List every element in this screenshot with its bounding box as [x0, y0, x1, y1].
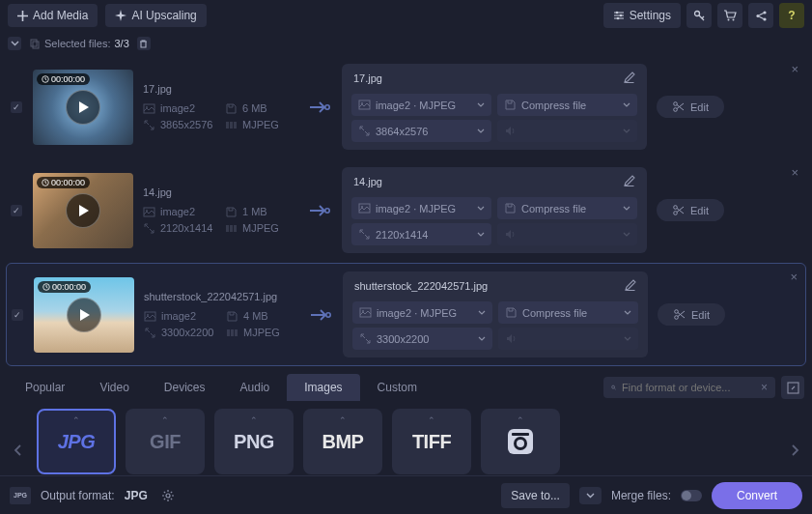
dest-compress-dropdown[interactable]: Compress file — [497, 94, 637, 116]
ai-upscaling-button[interactable]: AI Upscaling — [105, 4, 206, 27]
image-icon — [359, 306, 372, 319]
chevron-left-icon — [14, 443, 22, 457]
dest-dimensions-dropdown[interactable]: 3864x2576 — [351, 120, 491, 142]
category-tab-popular[interactable]: Popular — [8, 374, 82, 401]
remove-file-button[interactable]: × — [791, 165, 798, 180]
key-button[interactable] — [686, 3, 712, 28]
merge-files-label: Merge files: — [611, 489, 671, 502]
sliders-icon — [613, 10, 625, 21]
save-to-button[interactable]: Save to... — [501, 483, 570, 508]
file-thumbnail[interactable]: 00:00:00 — [33, 70, 133, 145]
files-list: ✓ 00:00:00 17.jpg image2 6 MB 3865x2576 … — [0, 56, 812, 366]
remove-file-button[interactable]: × — [791, 62, 798, 76]
svg-point-31 — [674, 206, 678, 210]
help-button[interactable]: ? — [779, 3, 804, 28]
rename-button[interactable] — [624, 279, 636, 292]
format-tile-social-networking[interactable]: ⌃ — [481, 409, 560, 474]
dest-container-dropdown[interactable]: image2 · MJPEG — [352, 301, 492, 324]
svg-rect-27 — [234, 225, 237, 232]
svg-point-8 — [763, 17, 766, 20]
audio-icon — [505, 332, 518, 345]
destination-panel: 17.jpg image2 · MJPEG Compress file 3864… — [342, 64, 647, 150]
save-icon — [505, 306, 518, 319]
audio-icon — [504, 228, 517, 241]
dest-container-dropdown[interactable]: image2 · MJPEG — [351, 94, 491, 116]
remove-file-button[interactable]: × — [790, 270, 798, 284]
play-button[interactable] — [66, 193, 100, 228]
svg-point-4 — [728, 19, 730, 21]
merge-files-toggle[interactable] — [681, 490, 702, 501]
output-settings-button[interactable] — [157, 485, 179, 506]
format-tile-tiff[interactable]: ⌃ TIFF — [392, 409, 471, 474]
format-next-button[interactable] — [785, 417, 804, 483]
file-checkbox[interactable]: ✓ — [11, 205, 22, 216]
file-checkbox[interactable]: ✓ — [12, 309, 23, 321]
trash-button[interactable] — [137, 37, 151, 50]
dest-dimensions-value: 2120x1414 — [376, 229, 428, 241]
format-search[interactable]: × — [603, 377, 775, 398]
settings-button[interactable]: Settings — [603, 3, 681, 28]
format-tile-bmp[interactable]: ⌃ BMP — [303, 409, 382, 474]
category-tab-devices[interactable]: Devices — [147, 374, 223, 401]
dest-compress-dropdown[interactable]: Compress file — [498, 301, 638, 324]
category-tab-video[interactable]: Video — [82, 374, 146, 401]
image-icon — [358, 99, 371, 111]
svg-point-7 — [763, 11, 766, 14]
file-thumbnail[interactable]: 00:00:00 — [33, 173, 133, 248]
format-tile-gif[interactable]: ⌃ GIF — [126, 409, 205, 474]
dest-dimensions-dropdown[interactable]: 2120x1414 — [351, 223, 491, 245]
selected-bar: Selected files: 3/3 — [0, 31, 812, 56]
image-icon — [144, 310, 156, 323]
file-codec: MJPEG — [242, 119, 279, 130]
file-row[interactable]: ✓ 00:00:00 shutterstock_222042571.jpg im… — [6, 263, 806, 366]
cart-button[interactable] — [717, 3, 742, 28]
svg-point-21 — [674, 108, 678, 112]
file-row[interactable]: ✓ 00:00:00 14.jpg image2 1 MB 2120x1414 … — [6, 159, 806, 261]
edit-label: Edit — [690, 101, 709, 113]
camera-icon — [504, 425, 537, 458]
dest-compress-value: Compress file — [521, 100, 586, 111]
save-to-dropdown[interactable] — [579, 487, 602, 504]
edit-button[interactable]: Edit — [657, 96, 724, 118]
file-checkbox[interactable]: ✓ — [11, 101, 22, 113]
dest-compress-dropdown[interactable]: Compress file — [497, 197, 637, 219]
chevron-up-icon: ⌃ — [428, 415, 435, 425]
share-button[interactable] — [748, 3, 773, 28]
rename-button[interactable] — [623, 175, 635, 187]
category-tab-audio[interactable]: Audio — [223, 374, 288, 401]
search-input[interactable] — [622, 382, 755, 393]
file-thumbnail[interactable]: 00:00:00 — [34, 277, 134, 353]
format-tile-jpg[interactable]: ⌃ JPG — [37, 409, 116, 474]
rename-button[interactable] — [623, 71, 635, 84]
edit-button[interactable]: Edit — [657, 199, 724, 221]
category-tab-images[interactable]: Images — [287, 374, 359, 401]
play-button[interactable] — [67, 298, 101, 332]
clock-icon — [42, 283, 50, 291]
format-logo: BMP — [322, 431, 364, 453]
save-to-label: Save to... — [511, 489, 560, 502]
format-prev-button[interactable] — [8, 417, 27, 483]
play-button[interactable] — [66, 90, 100, 125]
format-tile-png[interactable]: ⌃ PNG — [214, 409, 294, 474]
edit-button[interactable]: Edit — [658, 303, 725, 326]
image-icon — [143, 102, 155, 115]
edit-label: Edit — [691, 309, 710, 321]
trash-icon — [138, 39, 149, 49]
clear-search-button[interactable]: × — [761, 381, 768, 394]
convert-button[interactable]: Convert — [712, 482, 802, 509]
file-row[interactable]: ✓ 00:00:00 17.jpg image2 6 MB 3865x2576 … — [6, 56, 806, 157]
add-media-button[interactable]: Add Media — [8, 4, 98, 27]
svg-point-2 — [616, 17, 619, 20]
category-tab-custom[interactable]: Custom — [360, 374, 434, 401]
expand-all-button[interactable] — [8, 37, 21, 50]
save-icon — [225, 102, 238, 115]
dest-dimensions-dropdown[interactable]: 3300x2200 — [352, 328, 492, 350]
convert-label: Convert — [737, 489, 777, 502]
file-dimensions: 2120x1414 — [160, 222, 212, 234]
expand-panel-button[interactable] — [781, 376, 804, 399]
svg-point-39 — [326, 312, 330, 316]
file-info: shutterstock_222042571.jpg image2 4 MB 3… — [144, 291, 298, 339]
svg-rect-26 — [230, 225, 233, 232]
svg-rect-16 — [234, 122, 237, 128]
dest-container-dropdown[interactable]: image2 · MJPEG — [351, 197, 491, 219]
